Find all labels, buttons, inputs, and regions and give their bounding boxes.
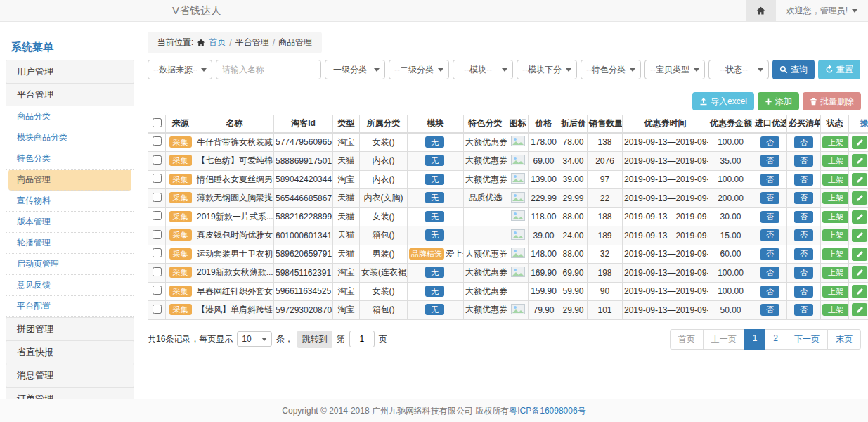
page-number-input[interactable]: [349, 331, 375, 347]
must-buy-toggle[interactable]: 否: [794, 211, 813, 223]
pager-button[interactable]: 首页: [670, 329, 704, 350]
cell-status: 上架: [821, 245, 849, 264]
import-excel-button[interactable]: 导入excel: [692, 92, 754, 110]
edit-button[interactable]: [852, 229, 867, 242]
must-buy-toggle[interactable]: 否: [794, 174, 813, 186]
filter-select[interactable]: --二级分类--: [389, 60, 449, 79]
status-toggle[interactable]: 上架: [822, 229, 849, 241]
must-buy-toggle[interactable]: 否: [794, 136, 813, 148]
import-select-toggle[interactable]: 否: [760, 211, 779, 223]
status-toggle[interactable]: 上架: [822, 286, 849, 298]
status-toggle[interactable]: 上架: [822, 174, 849, 186]
edit-button[interactable]: [852, 303, 867, 316]
row-checkbox[interactable]: [153, 211, 162, 220]
must-buy-toggle[interactable]: 否: [794, 304, 813, 316]
row-checkbox[interactable]: [153, 193, 162, 202]
user-menu[interactable]: 欢迎您，管理员!: [776, 0, 868, 21]
import-select-toggle[interactable]: 否: [760, 192, 779, 204]
row-checkbox[interactable]: [153, 230, 162, 239]
cell-name: 真皮钱包时尚优雅女士...: [195, 226, 274, 245]
import-select-toggle[interactable]: 否: [760, 136, 779, 148]
row-checkbox[interactable]: [153, 174, 162, 183]
status-toggle[interactable]: 上架: [822, 304, 849, 316]
sidebar-item[interactable]: 轮播管理: [6, 233, 134, 254]
filter-select[interactable]: --模块下分类--: [517, 60, 577, 79]
edit-button[interactable]: [852, 248, 867, 261]
must-buy-toggle[interactable]: 否: [794, 192, 813, 204]
sidebar-section[interactable]: 消息管理: [6, 364, 134, 388]
edit-icon: [856, 194, 864, 202]
data-source-select[interactable]: --数据来源--: [148, 60, 212, 79]
cell-taoke-id: 589042420344: [274, 170, 333, 189]
sidebar: 系统菜单 用户管理平台管理 商品分类模块商品分类特色分类商品管理宣传物料版本管理…: [6, 37, 134, 422]
import-select-toggle[interactable]: 否: [760, 174, 779, 186]
row-checkbox[interactable]: [153, 136, 162, 146]
pager-button[interactable]: 2: [765, 329, 786, 350]
edit-button[interactable]: [852, 173, 867, 186]
pager-button[interactable]: 下一页: [786, 329, 828, 350]
must-buy-toggle[interactable]: 否: [794, 229, 813, 241]
trash-icon: [810, 98, 817, 106]
row-checkbox[interactable]: [153, 248, 162, 257]
must-buy-toggle[interactable]: 否: [794, 155, 813, 167]
sidebar-item[interactable]: 商品管理: [8, 170, 131, 191]
name-search-input[interactable]: [216, 60, 321, 79]
import-select-toggle[interactable]: 否: [760, 304, 779, 316]
import-select-toggle[interactable]: 否: [760, 248, 779, 260]
pager-button[interactable]: 末页: [827, 329, 861, 350]
sidebar-section[interactable]: 用户管理: [6, 60, 134, 84]
filter-select[interactable]: --宝贝类型--: [644, 60, 705, 79]
reset-button[interactable]: 重置: [818, 60, 860, 79]
filter-select[interactable]: 一级分类: [325, 60, 385, 79]
edit-button[interactable]: [852, 210, 867, 224]
add-button[interactable]: 添加: [758, 92, 799, 110]
edit-button[interactable]: [852, 154, 867, 167]
filter-select[interactable]: --状态--: [708, 60, 769, 79]
per-page-select[interactable]: 10: [237, 331, 271, 347]
home-button[interactable]: [746, 0, 776, 21]
pager-button[interactable]: 上一页: [703, 329, 745, 350]
filter-select[interactable]: --模块--: [453, 60, 513, 79]
import-select-toggle[interactable]: 否: [760, 286, 779, 298]
icp-link[interactable]: 粤ICP备16098006号: [509, 405, 585, 417]
row-checkbox[interactable]: [153, 305, 162, 314]
status-toggle[interactable]: 上架: [822, 267, 849, 279]
import-select-toggle[interactable]: 否: [760, 155, 779, 167]
import-select-toggle[interactable]: 否: [760, 229, 779, 241]
status-toggle[interactable]: 上架: [822, 211, 849, 223]
row-checkbox[interactable]: [153, 155, 162, 165]
query-button[interactable]: 查询: [772, 60, 815, 79]
row-checkbox[interactable]: [153, 286, 162, 295]
sidebar-item[interactable]: 商品分类: [6, 106, 134, 127]
row-checkbox[interactable]: [153, 267, 162, 276]
pager-button[interactable]: 1: [744, 329, 766, 350]
sidebar-item[interactable]: 意见反馈: [6, 275, 134, 296]
select-all-checkbox[interactable]: [153, 118, 162, 127]
edit-button[interactable]: [852, 191, 867, 205]
sidebar-item[interactable]: 宣传物料: [6, 191, 134, 212]
sidebar-section[interactable]: 平台管理: [6, 83, 134, 107]
status-toggle[interactable]: 上架: [822, 192, 849, 204]
must-buy-toggle[interactable]: 否: [794, 286, 813, 298]
status-toggle[interactable]: 上架: [822, 155, 849, 167]
sidebar-item[interactable]: 模块商品分类: [6, 127, 134, 148]
sidebar-item[interactable]: 特色分类: [6, 148, 134, 170]
must-buy-toggle[interactable]: 否: [794, 248, 813, 260]
edit-button[interactable]: [852, 285, 867, 298]
sidebar-item[interactable]: 版本管理: [6, 212, 134, 233]
breadcrumb-home-link[interactable]: 首页: [209, 37, 226, 49]
brand-title[interactable]: V省钱达人: [172, 4, 221, 18]
sidebar-section[interactable]: 拼团管理: [6, 317, 134, 341]
filter-select[interactable]: --特色分类--: [581, 60, 641, 79]
status-toggle[interactable]: 上架: [822, 248, 849, 260]
batch-delete-button[interactable]: 批量删除: [803, 92, 861, 110]
import-select-toggle[interactable]: 否: [760, 267, 779, 279]
sidebar-item[interactable]: 启动页管理: [6, 254, 134, 275]
must-buy-toggle[interactable]: 否: [794, 267, 813, 279]
edit-button[interactable]: [852, 136, 867, 149]
sidebar-item[interactable]: 平台配置: [6, 296, 134, 317]
sidebar-section[interactable]: 省直快报: [6, 340, 134, 364]
edit-button[interactable]: [852, 266, 867, 279]
status-toggle[interactable]: 上架: [822, 136, 849, 148]
cell-name: 【港风】单肩斜跨链条...: [195, 301, 274, 320]
